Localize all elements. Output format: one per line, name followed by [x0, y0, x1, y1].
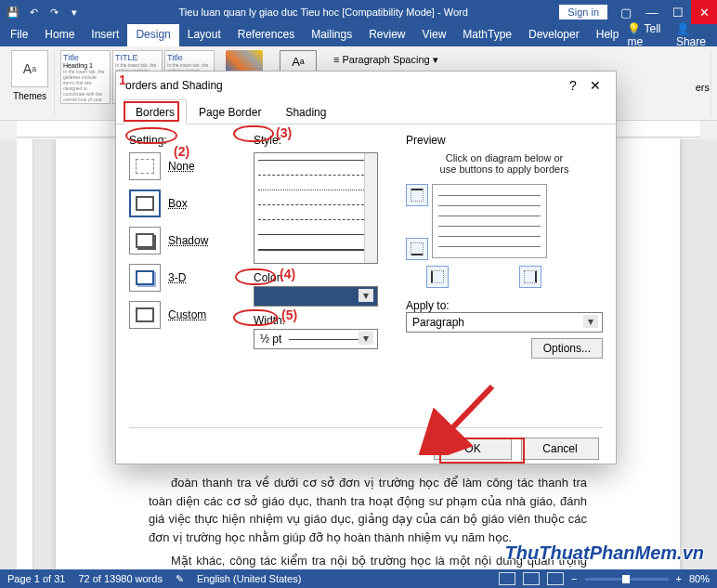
setting-box[interactable]: Box: [129, 189, 241, 217]
setting-shadow-icon: [129, 227, 161, 255]
sign-in-button[interactable]: Sign in: [559, 5, 607, 20]
themes-group: Aa Themes: [6, 50, 55, 116]
redo-icon[interactable]: ↷: [45, 3, 63, 21]
close-icon[interactable]: ✕: [584, 78, 606, 93]
apply-to-select[interactable]: Paragraph: [406, 312, 603, 333]
apply-to-label: Apply to:: [406, 299, 603, 312]
tab-review[interactable]: Review: [360, 24, 413, 46]
ok-button[interactable]: OK: [434, 438, 512, 460]
setting-3d[interactable]: 3-D: [129, 264, 241, 292]
tab-mathtype[interactable]: MathType: [454, 24, 520, 46]
zoom-out-icon[interactable]: −: [571, 573, 577, 584]
view-web-layout-icon[interactable]: [547, 572, 564, 585]
style-listbox[interactable]: [254, 152, 378, 264]
setting-shadow[interactable]: Shadow: [129, 227, 241, 255]
status-word-count[interactable]: 72 of 13980 words: [78, 573, 163, 584]
dialog-tab-borders[interactable]: Borders: [124, 99, 187, 124]
dialog-title-bar[interactable]: orders and Shading ? ✕: [116, 72, 616, 99]
tab-insert[interactable]: Insert: [83, 24, 127, 46]
help-icon[interactable]: ?: [562, 78, 584, 93]
zoom-in-icon[interactable]: +: [676, 573, 682, 584]
format-thumb[interactable]: Title Heading 1 In the insert tab, the g…: [60, 50, 111, 104]
scrollbar[interactable]: [364, 153, 377, 263]
view-print-layout-icon[interactable]: [523, 572, 540, 585]
style-label: Style:: [254, 134, 393, 147]
zoom-slider[interactable]: [585, 578, 669, 581]
width-select[interactable]: ½ pt: [254, 329, 378, 349]
dialog-tab-shading[interactable]: Shading: [273, 99, 338, 124]
color-label: Color:: [254, 271, 393, 284]
ribbon-tabs: File Home Insert Design Layout Reference…: [0, 24, 717, 46]
setting-none[interactable]: None: [129, 152, 241, 180]
fonts-icon[interactable]: Aa: [280, 50, 317, 72]
borders-and-shading-dialog: orders and Shading ? ✕ Borders Page Bord…: [115, 71, 617, 464]
dialog-tabs: Borders Page Border Shading: [116, 99, 616, 124]
status-language[interactable]: English (United States): [197, 573, 302, 584]
tab-file[interactable]: File: [2, 24, 36, 46]
ribbon-options-icon[interactable]: ▢: [613, 0, 639, 24]
border-bottom-button[interactable]: [406, 238, 428, 260]
setting-label: Setting:: [129, 134, 241, 147]
colors-icon[interactable]: [226, 50, 263, 72]
setting-none-icon: [129, 152, 161, 180]
close-icon[interactable]: ✕: [691, 0, 717, 24]
border-right-button[interactable]: [519, 266, 541, 288]
setting-custom-icon: [129, 301, 161, 329]
body-paragraph: Mặt khác, công tác kiểm tra nội bộ trườn…: [149, 552, 587, 569]
tab-design[interactable]: Design: [127, 24, 178, 46]
tab-view[interactable]: View: [414, 24, 455, 46]
themes-button[interactable]: Aa: [11, 50, 48, 87]
status-bar: Page 1 of 31 72 of 13980 words ✎ English…: [0, 569, 717, 588]
themes-label: Themes: [13, 91, 46, 101]
preview-hint: Click on diagram below or use buttons to…: [406, 152, 603, 175]
maximize-icon[interactable]: ☐: [665, 0, 691, 24]
status-page[interactable]: Page 1 of 31: [7, 573, 65, 584]
dialog-tab-page-border[interactable]: Page Border: [187, 99, 273, 124]
cancel-button[interactable]: Cancel: [521, 438, 599, 460]
zoom-value[interactable]: 80%: [689, 573, 710, 584]
qat-dropdown-icon[interactable]: ▾: [65, 3, 84, 21]
tab-mailings[interactable]: Mailings: [303, 24, 360, 46]
tell-me[interactable]: 💡 Tell me: [627, 22, 666, 48]
preview-label: Preview: [406, 134, 603, 147]
dialog-title: orders and Shading: [125, 79, 562, 92]
save-icon[interactable]: 💾: [4, 3, 22, 21]
status-spellcheck-icon[interactable]: ✎: [176, 573, 184, 585]
body-paragraph: đoàn thanh tra về dưới cơ sở đơn vị trườ…: [149, 474, 587, 546]
tab-help[interactable]: Help: [588, 24, 628, 46]
tab-home[interactable]: Home: [36, 24, 83, 46]
preview-diagram[interactable]: [432, 184, 547, 258]
tab-layout[interactable]: Layout: [179, 24, 229, 46]
setting-custom[interactable]: Custom: [129, 301, 241, 329]
minimize-icon[interactable]: —: [639, 0, 665, 24]
vertical-ruler[interactable]: [17, 139, 33, 569]
setting-3d-icon: [129, 264, 161, 292]
color-select[interactable]: [254, 286, 378, 307]
undo-icon[interactable]: ↶: [24, 3, 43, 21]
width-value: ½ pt: [260, 333, 281, 346]
title-bar: 💾 ↶ ↷ ▾ Tieu luan quan ly giao duc Tieu …: [0, 0, 717, 24]
view-read-mode-icon[interactable]: [499, 572, 515, 585]
window-title: Tieu luan quan ly giao duc Tieu hoc [Com…: [87, 7, 559, 18]
border-top-button[interactable]: [406, 184, 428, 206]
tab-references[interactable]: References: [229, 24, 303, 46]
page-borders-fragment[interactable]: ers: [696, 82, 710, 93]
border-left-button[interactable]: [426, 266, 449, 288]
tab-developer[interactable]: Developer: [520, 24, 588, 46]
share-button[interactable]: 👤 Share: [676, 22, 711, 48]
width-label: Width:: [254, 314, 393, 327]
setting-box-icon: [129, 189, 161, 217]
options-button[interactable]: Options...: [531, 338, 603, 359]
paragraph-spacing-button[interactable]: ≡ Paragraph Spacing ▾: [333, 54, 438, 66]
